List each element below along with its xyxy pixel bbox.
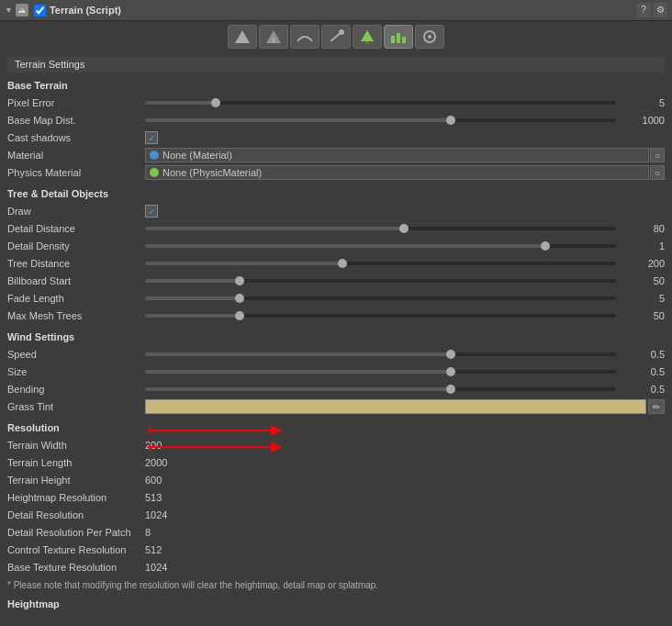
draw-checkbox[interactable]: ✓ bbox=[145, 205, 158, 218]
base-texture-res-value: 1024 bbox=[145, 562, 167, 573]
component-icons: ⛰ bbox=[16, 4, 28, 17]
material-dropdown-arrow[interactable]: ○ bbox=[650, 148, 665, 162]
toolbar-terrain-settings[interactable] bbox=[415, 25, 444, 49]
heightmap-header: Heightmap bbox=[7, 598, 665, 609]
cast-shadows-checkbox[interactable]: ✓ bbox=[145, 131, 158, 144]
settings-label: Terrain Settings bbox=[15, 59, 84, 70]
grass-tint-color[interactable] bbox=[145, 399, 646, 414]
detail-density-row: Detail Density 1 bbox=[7, 238, 665, 254]
physics-material-dropdown[interactable]: None (PhysicMaterial) bbox=[145, 165, 649, 180]
terrain-length-label: Terrain Length bbox=[7, 457, 145, 468]
settings-title-bar: Terrain Settings bbox=[7, 56, 665, 73]
material-dropdown[interactable]: None (Material) bbox=[145, 148, 649, 162]
collapse-arrow[interactable]: ▼ bbox=[5, 6, 13, 15]
pixel-error-label: Pixel Error bbox=[7, 97, 145, 108]
max-mesh-trees-row: Max Mesh Trees 50 bbox=[7, 307, 665, 324]
physics-material-label: Physics Material bbox=[7, 167, 145, 178]
toolbar-smooth-height[interactable] bbox=[290, 25, 319, 49]
tree-detail-section: Tree & Detail Objects Draw ✓ Detail Dist… bbox=[7, 188, 665, 324]
settings-icon[interactable]: ⚙ bbox=[653, 3, 667, 17]
terrain-width-label: Terrain Width bbox=[7, 440, 145, 451]
detail-distance-row: Detail Distance 80 bbox=[7, 220, 665, 237]
resolution-section: Resolution Terrain Width 200 bbox=[7, 422, 665, 591]
tree-distance-slider[interactable] bbox=[145, 262, 616, 265]
fade-length-control: 5 bbox=[145, 293, 665, 304]
detail-distance-slider[interactable] bbox=[145, 227, 616, 230]
tree-distance-value: 200 bbox=[623, 258, 665, 269]
size-slider[interactable] bbox=[145, 370, 616, 374]
terrain-width-value: 200 bbox=[145, 440, 162, 451]
terrain-height-label: Terrain Height bbox=[7, 475, 145, 486]
component-title: Terrain (Script) bbox=[50, 5, 636, 16]
toolbar bbox=[0, 21, 672, 52]
base-map-dist-value: 1000 bbox=[623, 115, 665, 126]
detail-density-slider[interactable] bbox=[145, 244, 616, 248]
detail-distance-label: Detail Distance bbox=[7, 223, 145, 234]
terrain-icon-1: ⛰ bbox=[16, 4, 28, 17]
bending-value: 0.5 bbox=[623, 384, 665, 395]
terrain-width-row: Terrain Width 200 bbox=[7, 437, 665, 453]
grass-tint-label: Grass Tint bbox=[7, 401, 145, 412]
terrain-length-row: Terrain Length 2000 bbox=[7, 454, 665, 471]
physics-material-dot bbox=[150, 168, 159, 177]
physics-material-row: Physics Material None (PhysicMaterial) ○ bbox=[7, 164, 665, 181]
tree-distance-label: Tree Distance bbox=[7, 258, 145, 269]
detail-resolution-row: Detail Resolution 1024 bbox=[7, 507, 665, 523]
heightmap-resolution-value: 513 bbox=[145, 492, 162, 503]
size-control: 0.5 bbox=[145, 366, 665, 377]
base-map-dist-control: 1000 bbox=[145, 115, 665, 126]
heightmap-section: Heightmap bbox=[7, 598, 665, 609]
detail-density-control: 1 bbox=[145, 240, 665, 252]
svg-marker-5 bbox=[361, 30, 374, 41]
physics-material-dropdown-arrow[interactable]: ○ bbox=[650, 165, 665, 180]
terrain-length-value: 2000 bbox=[145, 457, 167, 468]
toolbar-paint-height[interactable] bbox=[259, 25, 288, 49]
pencil-icon[interactable]: ✏ bbox=[648, 399, 665, 414]
control-texture-res-value: 512 bbox=[145, 544, 162, 555]
base-map-dist-label: Base Map Dist. bbox=[7, 115, 145, 126]
panel: ▼ ⛰ Terrain (Script) ? ⚙ bbox=[0, 0, 672, 626]
cast-shadows-control: ✓ bbox=[145, 131, 665, 144]
max-mesh-trees-slider[interactable] bbox=[145, 314, 616, 318]
billboard-start-row: Billboard Start 50 bbox=[7, 273, 665, 289]
control-texture-res-label: Control Texture Resolution bbox=[7, 544, 145, 555]
heightmap-resolution-row: Heightmap Resolution 513 bbox=[7, 489, 665, 506]
pixel-error-control: 5 bbox=[145, 97, 665, 108]
billboard-start-slider[interactable] bbox=[145, 279, 616, 283]
speed-slider[interactable] bbox=[145, 352, 616, 356]
draw-control: ✓ bbox=[145, 205, 665, 218]
bending-slider[interactable] bbox=[145, 387, 616, 391]
material-label: Material bbox=[7, 150, 145, 161]
settings-box: Terrain Settings Base Terrain Pixel Erro… bbox=[0, 52, 672, 620]
wind-settings-header: Wind Settings bbox=[7, 331, 665, 342]
svg-rect-8 bbox=[397, 33, 400, 43]
fade-length-label: Fade Length bbox=[7, 293, 145, 304]
wind-settings-section: Wind Settings Speed 0.5 Size bbox=[7, 331, 665, 415]
toolbar-raise-lower[interactable] bbox=[228, 25, 257, 49]
size-value: 0.5 bbox=[623, 366, 665, 377]
bending-control: 0.5 bbox=[145, 384, 665, 395]
resolution-header: Resolution bbox=[7, 422, 665, 433]
material-row: Material None (Material) ○ bbox=[7, 147, 665, 163]
toolbar-place-trees[interactable] bbox=[353, 25, 382, 49]
size-row: Size 0.5 bbox=[7, 363, 665, 380]
terrain-height-row: Terrain Height 600 bbox=[7, 472, 665, 488]
material-dot bbox=[150, 151, 159, 160]
footer-buttons: Import Raw... Export Raw... bbox=[0, 620, 672, 626]
header-buttons: ? ⚙ bbox=[636, 3, 667, 17]
tree-distance-control: 200 bbox=[145, 258, 665, 269]
fade-length-slider[interactable] bbox=[145, 296, 616, 300]
tree-distance-row: Tree Distance 200 bbox=[7, 255, 665, 272]
detail-resolution-label: Detail Resolution bbox=[7, 509, 145, 520]
base-map-dist-slider[interactable] bbox=[145, 118, 616, 122]
component-header: ▼ ⛰ Terrain (Script) ? ⚙ bbox=[0, 0, 672, 21]
material-control: None (Material) ○ bbox=[145, 148, 665, 162]
component-enabled-checkbox[interactable] bbox=[34, 5, 46, 17]
size-label: Size bbox=[7, 366, 145, 377]
billboard-start-control: 50 bbox=[145, 275, 665, 286]
pixel-error-slider[interactable] bbox=[145, 101, 616, 105]
toolbar-paint-texture[interactable] bbox=[321, 25, 351, 49]
toolbar-paint-details[interactable] bbox=[384, 25, 413, 49]
svg-point-11 bbox=[428, 35, 431, 39]
help-icon[interactable]: ? bbox=[636, 3, 651, 17]
